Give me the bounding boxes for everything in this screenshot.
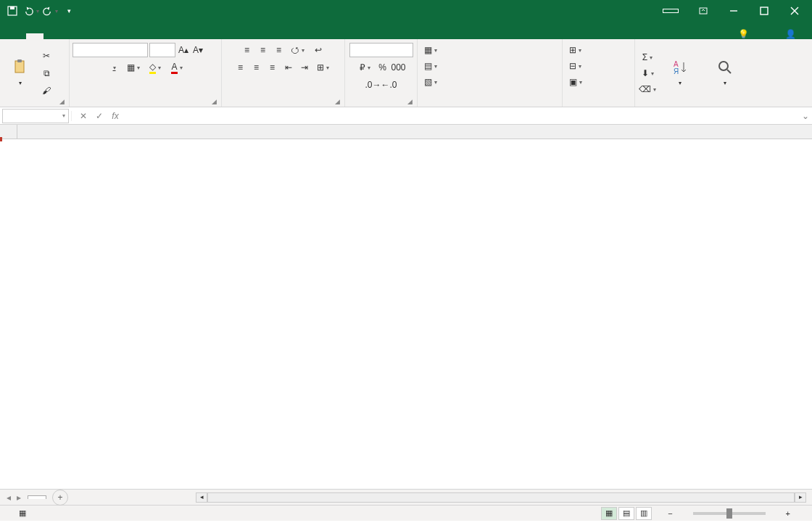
tab-review[interactable] [113,33,130,39]
minimize-icon[interactable] [719,1,748,21]
paste-button[interactable]: ▾ [3,49,38,97]
svg-rect-2 [700,8,707,14]
tab-data[interactable] [96,33,113,39]
zoom-in-icon[interactable]: + [783,509,793,518]
align-top-icon[interactable]: ≡ [240,43,254,57]
tab-view[interactable] [130,33,148,39]
number-launcher-icon[interactable]: ◢ [407,98,413,105]
tab-insert[interactable] [44,33,61,39]
clear-icon[interactable]: ⌫ [638,82,657,96]
cell-styles-button[interactable]: ▧ [420,75,441,89]
increase-font-icon[interactable]: A▴ [177,43,190,57]
tab-developer[interactable] [148,33,165,39]
formula-bar: ▾ ✕ ✓ fx ⌄ [0,107,812,125]
tab-file[interactable] [9,33,26,39]
increase-decimal-icon[interactable]: .0→ [366,78,381,92]
hscroll-track[interactable] [207,492,795,503]
align-middle-icon[interactable]: ≡ [256,43,270,57]
alignment-launcher-icon[interactable]: ◢ [335,98,340,105]
hscroll-right-icon[interactable]: ▸ [795,492,806,503]
decrease-decimal-icon[interactable]: ←.0 [382,78,397,92]
sheet-last-icon[interactable]: ▸ [14,492,23,503]
sheet-first-icon[interactable]: ◂ [4,492,13,503]
cancel-formula-icon[interactable]: ✕ [76,111,91,121]
tab-layout[interactable] [61,33,78,39]
horizontal-scrollbar[interactable]: ◂ ▸ [196,492,806,503]
redo-icon[interactable] [42,3,58,19]
font-size-combo[interactable] [149,43,175,57]
qat-customize-icon[interactable]: ▾ [61,3,77,19]
tab-home[interactable] [26,33,44,39]
format-painter-icon[interactable]: 🖌 [38,83,55,98]
svg-rect-7 [15,61,24,73]
page-break-view-icon[interactable]: ▥ [636,507,652,520]
number-format-combo[interactable] [349,43,413,57]
borders-icon[interactable]: ▦ [123,60,144,75]
font-name-combo[interactable] [72,43,148,57]
font-launcher-icon[interactable]: ◢ [212,98,217,105]
format-cells-button[interactable]: ▣ [566,75,586,89]
tell-me-icon[interactable]: 💡 [738,29,749,39]
copy-icon[interactable]: ⧉ [38,66,55,81]
zoom-out-icon[interactable]: − [665,509,675,518]
font-color-icon[interactable]: A [167,60,187,75]
decrease-font-icon[interactable]: A▾ [191,43,204,57]
share-icon[interactable]: 👤 [785,29,796,39]
align-left-icon[interactable]: ≡ [233,60,248,75]
accounting-format-icon[interactable]: ₽ [357,60,374,75]
new-sheet-icon[interactable]: + [52,490,68,506]
bold-button[interactable] [72,60,87,75]
increase-indent-icon[interactable]: ⇥ [297,60,312,75]
insert-cells-button[interactable]: ⊞ [566,43,585,57]
insert-cells-icon: ⊞ [569,45,576,55]
name-box[interactable]: ▾ [2,109,69,123]
macro-record-icon[interactable]: ▦ [19,508,26,518]
italic-button[interactable] [88,60,103,75]
select-all-button[interactable] [0,125,17,139]
close-icon[interactable] [780,1,809,21]
sheet-tab-active[interactable] [28,495,46,499]
group-font: A▴ A▾ ▦ ◇ A ◢ [70,39,222,107]
view-buttons: ▦ ▤ ▥ [601,507,652,520]
normal-view-icon[interactable]: ▦ [601,507,617,520]
tab-formulas[interactable] [78,33,96,39]
clipboard-launcher-icon[interactable]: ◢ [59,98,65,105]
zoom-thumb[interactable] [726,508,732,519]
zoom-slider[interactable] [693,512,766,515]
decrease-indent-icon[interactable]: ⇤ [281,60,296,75]
underline-button[interactable] [104,60,122,75]
format-cells-icon: ▣ [569,77,577,87]
autosum-icon[interactable]: Σ [638,50,657,65]
enter-formula-icon[interactable]: ✓ [92,111,107,121]
ribbon-display-icon[interactable] [689,1,718,21]
login-button[interactable] [663,9,679,13]
align-bottom-icon[interactable]: ≡ [272,43,286,57]
tab-help[interactable] [165,33,183,39]
hscroll-left-icon[interactable]: ◂ [196,492,207,503]
wrap-text-icon[interactable]: ↩ [310,43,327,57]
maximize-icon[interactable] [750,1,779,21]
cut-icon[interactable]: ✂ [38,49,55,63]
window-controls [663,1,812,21]
svg-rect-8 [17,59,22,62]
sheet-tab-bar: ◂ ▸ + ◂ ▸ [0,489,812,505]
find-select-button[interactable]: ▾ [703,49,747,97]
comma-format-icon[interactable]: 000 [392,60,406,75]
page-layout-view-icon[interactable]: ▤ [618,507,634,520]
align-right-icon[interactable]: ≡ [265,60,280,75]
sort-filter-button[interactable]: АЯ ▾ [657,49,703,97]
merge-center-icon[interactable]: ⊞ [313,60,334,75]
conditional-formatting-button[interactable]: ▦ [420,43,441,57]
save-icon[interactable] [4,3,20,19]
orientation-icon[interactable]: ⭯ [288,43,308,57]
percent-format-icon[interactable]: % [376,60,390,75]
delete-cells-button[interactable]: ⊟ [566,59,585,73]
svg-line-12 [727,70,731,73]
align-center-icon[interactable]: ≡ [249,60,264,75]
insert-function-icon[interactable]: fx [108,111,123,121]
fill-icon[interactable]: ⬇ [638,66,657,81]
undo-icon[interactable] [23,3,39,19]
fill-color-icon[interactable]: ◇ [145,60,165,75]
expand-formula-bar-icon[interactable]: ⌄ [799,111,812,121]
format-as-table-button[interactable]: ▤ [420,59,441,73]
